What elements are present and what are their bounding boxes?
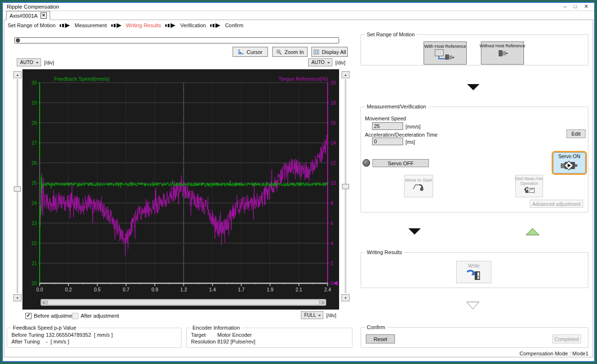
- svg-text:0.7: 0.7: [123, 287, 129, 292]
- pp-value-group: Feedback Speed p-p Value Before Tuning 1…: [7, 328, 181, 348]
- servo-off-button[interactable]: Servo OFF: [373, 159, 429, 167]
- zoom-in-button[interactable]: Zoom In: [272, 47, 308, 57]
- workflow-step-4: Verification: [180, 22, 206, 28]
- servo-on-button[interactable]: Servo ON: [552, 151, 587, 175]
- svg-text:14: 14: [330, 140, 336, 146]
- svg-text:28: 28: [32, 120, 37, 126]
- right-axis-slider[interactable]: ▲ ▼: [341, 71, 350, 301]
- slider-down-icon[interactable]: ▼: [13, 294, 21, 301]
- minimize-button[interactable]: –: [564, 3, 566, 10]
- pp-before-row: Before Tuning 132.065504789352 [ mm/s ]: [11, 332, 113, 338]
- display-all-button[interactable]: Display All: [311, 47, 348, 57]
- cursor-button[interactable]: Cursor: [233, 47, 268, 57]
- after-adjustment-checkbox[interactable]: [72, 313, 78, 319]
- with-host-reference-button[interactable]: With Host Reference: [424, 42, 467, 64]
- flow-up-arrow-icon: [525, 228, 540, 236]
- encoder-resolution-label: Resolution: [191, 339, 217, 344]
- svg-text:20: 20: [330, 80, 336, 86]
- encoder-target-row: Target Motor Encoder: [191, 332, 252, 338]
- accel-time-label: Acceleration/Deceleration Time: [365, 132, 437, 138]
- zoom-in-icon: [276, 49, 282, 55]
- write-button[interactable]: Write: [456, 261, 491, 283]
- time-scale-value: FULL: [304, 312, 316, 318]
- confirm-title: Confirm: [365, 324, 387, 330]
- edit-button[interactable]: Edit: [566, 129, 586, 138]
- slider-thumb[interactable]: [14, 186, 21, 192]
- slider-thumb[interactable]: [342, 184, 349, 189]
- svg-text:0.0: 0.0: [36, 287, 43, 292]
- scroll-left-icon[interactable]: ‹: [41, 299, 47, 306]
- scrollbar-thumb[interactable]: [47, 300, 320, 305]
- pp-before-label: Before Tuning: [11, 332, 46, 338]
- start-measurement-label-2: Operation: [520, 181, 538, 186]
- tab-axis-0001a[interactable]: Axis#0001A ✕: [6, 11, 50, 20]
- svg-text:0.9: 0.9: [151, 287, 158, 292]
- time-scale-select[interactable]: FULL: [301, 311, 323, 319]
- titlebar-divider: [3, 11, 594, 11]
- maximize-button[interactable]: □: [574, 3, 577, 10]
- without-host-label: Without Host Reference: [480, 43, 525, 48]
- chart-canvas: 0.00.20.50.70.91.21.41.71.92.12.43029282…: [22, 69, 339, 310]
- svg-text:29: 29: [32, 100, 37, 106]
- tab-close-icon[interactable]: ✕: [41, 12, 47, 19]
- svg-text:16: 16: [330, 120, 336, 126]
- servo-only-icon: [491, 48, 513, 61]
- movement-speed-input[interactable]: [372, 122, 403, 130]
- svg-text:10: 10: [330, 181, 336, 186]
- start-measurement-label-1: Start Meas./Ver.: [515, 176, 544, 181]
- left-scale-select[interactable]: AUTO: [17, 58, 41, 66]
- workflow-arrow-icon: [165, 23, 176, 28]
- workflow-steps: Set Range of MotionMeasurementWriting Re…: [8, 22, 244, 28]
- right-scale-select[interactable]: AUTO: [308, 58, 332, 66]
- workflow-step-3: Writing Results: [126, 22, 161, 28]
- workflow-step-2: Measurement: [75, 22, 107, 28]
- svg-text:1.4: 1.4: [209, 287, 216, 292]
- write-to-servopack-icon: [466, 268, 482, 281]
- slider-up-icon[interactable]: ▲: [13, 71, 21, 78]
- svg-text:1.9: 1.9: [267, 287, 273, 292]
- slider-down-icon[interactable]: ▼: [341, 294, 350, 301]
- move-to-start-label: Move to Start: [405, 177, 432, 182]
- scroll-right-icon[interactable]: ›: [320, 299, 326, 306]
- move-to-start-button[interactable]: Move to Start: [404, 175, 433, 197]
- cursor-button-label: Cursor: [246, 49, 262, 55]
- before-adjustment-checkbox[interactable]: ✓: [25, 313, 32, 319]
- flow-down-arrow-icon: [467, 84, 480, 90]
- reset-button[interactable]: Reset: [366, 334, 395, 343]
- measurement-verification-title: Measurement/Verification: [365, 104, 428, 109]
- check-icon: ✓: [26, 312, 31, 319]
- encoder-resolution-value: 8192 [Pulse/rev]: [217, 339, 256, 344]
- chart-horizontal-scrollbar[interactable]: ‹ ›: [41, 299, 326, 306]
- movement-speed-label: Movement Speed: [365, 116, 406, 121]
- start-measurement-icon: [523, 186, 535, 194]
- confirm-group: Confirm Reset Completed: [361, 327, 588, 348]
- svg-text:23: 23: [32, 221, 37, 226]
- writing-results-group: Writing Results Write: [361, 252, 588, 288]
- display-all-icon: [313, 49, 320, 55]
- pp-before-unit: [ mm/s ]: [94, 332, 113, 338]
- start-measurement-button[interactable]: Start Meas./Ver. Operation: [515, 175, 543, 197]
- encoder-info-title: Encoder Information: [191, 325, 242, 331]
- advanced-adjustment-button[interactable]: Advanced adjustment: [530, 200, 583, 208]
- accel-time-input[interactable]: [372, 138, 403, 145]
- left-axis-slider[interactable]: ▲ ▼: [13, 71, 21, 301]
- writing-results-title: Writing Results: [365, 249, 404, 255]
- pp-after-unit: [ mm/s ]: [51, 339, 69, 344]
- svg-text:2.1: 2.1: [296, 287, 302, 292]
- set-range-group: Set Range of Motion With Host Reference …: [361, 34, 588, 65]
- svg-text:26: 26: [32, 161, 37, 166]
- without-host-reference-button[interactable]: Without Host Reference: [481, 42, 524, 64]
- chart-area: 0.00.20.50.70.91.21.41.71.92.12.43029282…: [22, 69, 339, 310]
- svg-text:21: 21: [32, 261, 37, 266]
- movement-speed-unit: [mm/s]: [405, 124, 421, 129]
- completed-button[interactable]: Completed: [552, 334, 581, 343]
- left-scale-unit: [/div]: [44, 60, 54, 65]
- svg-text:25: 25: [32, 181, 37, 186]
- svg-text:1.2: 1.2: [181, 287, 187, 292]
- ripple-compensation-window: Ripple Compensation – □ ✕ Axis#0001A ✕ S…: [0, 0, 597, 364]
- workflow-step-5: Confirm: [225, 22, 244, 28]
- pp-after-value: -: [46, 339, 48, 344]
- slider-up-icon[interactable]: ▲: [341, 71, 350, 78]
- close-button[interactable]: ✕: [584, 3, 588, 10]
- write-label: Write: [468, 263, 480, 268]
